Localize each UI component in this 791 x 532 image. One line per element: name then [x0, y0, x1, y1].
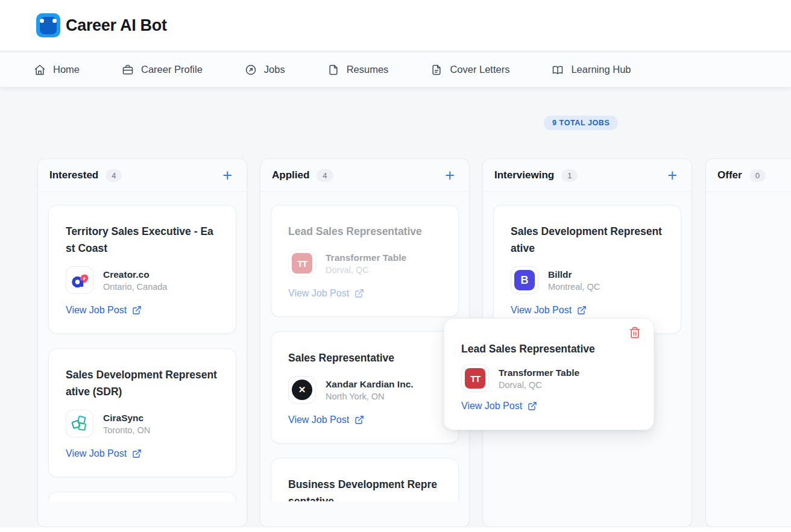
home-icon	[34, 64, 46, 76]
company-location: Dorval, QC	[326, 265, 406, 275]
cirasync-logo	[66, 410, 93, 437]
company-location: Montreal, QC	[548, 282, 600, 292]
job-card[interactable]: Sales Representative ✕ Xandar Kardian In…	[271, 331, 459, 443]
external-link-icon	[355, 415, 364, 425]
company-name: Transformer Table	[326, 252, 406, 263]
column-body: Lead Sales Representative TT Transformer…	[260, 193, 469, 501]
nav-label: Resumes	[347, 64, 389, 75]
column-applied: Applied 4 + Lead Sales Representative TT…	[260, 158, 470, 527]
document-icon	[327, 64, 339, 76]
company-location: North York, ON	[326, 392, 414, 401]
column-count-badge: 1	[561, 169, 578, 182]
nav-label: Cover Letters	[450, 64, 509, 75]
company-name: Billdr	[548, 269, 600, 280]
company-location: Dorval, QC	[499, 380, 579, 390]
external-link-icon	[528, 401, 537, 411]
nav-item-cover-letters[interactable]: Cover Letters	[430, 64, 509, 76]
company-name: Xandar Kardian Inc.	[326, 379, 414, 390]
trash-icon[interactable]	[629, 327, 641, 339]
column-title: Offer	[717, 169, 742, 181]
column-body	[706, 193, 791, 501]
job-title: Sales Development Representative	[511, 223, 664, 257]
nav-label: Jobs	[264, 64, 285, 75]
xandar-kardian-logo: ✕	[288, 376, 316, 404]
nav-label: Learning Hub	[571, 64, 631, 75]
open-book-icon	[552, 64, 564, 76]
column-header: Offer 0 +	[706, 159, 791, 192]
view-job-post-link[interactable]: View Job Post	[66, 305, 142, 316]
external-link-icon	[355, 289, 364, 298]
company-name: CiraSync	[103, 413, 150, 424]
column-title: Interested	[49, 169, 98, 181]
job-card[interactable]: Sales Development Representative (SDR) C…	[48, 348, 236, 477]
billdr-logo: B	[511, 266, 538, 294]
app-title: Career AI Bot	[66, 16, 167, 35]
view-job-post-link[interactable]: View Job Post	[288, 288, 364, 299]
robot-face-logo	[36, 13, 60, 37]
view-job-post-link[interactable]: View Job Post	[66, 448, 142, 459]
external-link-icon	[132, 305, 142, 315]
app-header: Career AI Bot	[0, 0, 791, 51]
nav-item-career-profile[interactable]: Career Profile	[122, 64, 203, 76]
nav-label: Career Profile	[141, 64, 203, 75]
company-location: Toronto, ON	[103, 425, 150, 435]
column-count-badge: 0	[749, 169, 766, 182]
company-name: Creator.co	[103, 269, 167, 280]
gauge-icon	[245, 64, 257, 76]
job-card-drag-ghost[interactable]: Lead Sales Representative TT Transformer…	[271, 205, 459, 317]
column-title: Interviewing	[494, 169, 554, 181]
external-link-icon	[132, 449, 142, 458]
job-title: Lead Sales Representative	[288, 223, 441, 240]
view-job-post-link[interactable]: View Job Post	[461, 401, 537, 412]
transformer-table-logo: TT	[288, 249, 316, 277]
briefcase-icon	[122, 64, 134, 76]
job-title: Lead Sales Representative	[461, 340, 637, 357]
column-header: Interested 4 +	[38, 159, 247, 192]
view-job-post-link[interactable]: View Job Post	[511, 305, 587, 316]
add-job-button[interactable]: +	[667, 168, 677, 183]
creator-co-logo	[66, 266, 93, 294]
column-count-badge: 4	[106, 169, 122, 182]
job-title: Sales Development Representative (SDR)	[66, 366, 219, 400]
column-interested: Interested 4 + Territory Sales Executive…	[37, 158, 247, 527]
column-header: Interviewing 1 +	[483, 159, 692, 192]
dragged-job-card[interactable]: Lead Sales Representative TT Transformer…	[444, 318, 654, 430]
job-card-clipped[interactable]: Business Development Representative	[271, 458, 459, 501]
column-header: Applied 4 +	[260, 159, 469, 192]
job-card[interactable]: Sales Development Representative B Billd…	[493, 205, 681, 334]
column-title: Applied	[272, 169, 309, 181]
view-job-post-link[interactable]: View Job Post	[288, 415, 364, 425]
nav-item-jobs[interactable]: Jobs	[245, 64, 285, 76]
job-title: Business Development Representative	[288, 476, 441, 501]
total-jobs-badge: 9 TOTAL JOBS	[544, 116, 618, 130]
job-card[interactable]: Territory Sales Executive - East Coast C…	[48, 205, 236, 334]
job-title: Territory Sales Executive - East Coast	[66, 223, 219, 257]
job-title: Sales Representative	[288, 349, 441, 366]
nav-item-home[interactable]: Home	[34, 64, 80, 76]
horizontal-scrollbar-track[interactable]	[0, 527, 791, 532]
column-body: Territory Sales Executive - East Coast C…	[38, 193, 247, 501]
add-job-button[interactable]: +	[222, 168, 232, 183]
main-nav: Home Career Profile Jobs Resumes Cover L…	[0, 52, 791, 87]
company-name: Transformer Table	[499, 368, 579, 378]
nav-item-resumes[interactable]: Resumes	[327, 64, 389, 76]
column-count-badge: 4	[317, 169, 333, 182]
job-card-partially-visible[interactable]	[48, 492, 236, 501]
column-offer: Offer 0 +	[705, 158, 791, 527]
external-link-icon	[577, 305, 587, 315]
add-job-button[interactable]: +	[445, 168, 455, 183]
transformer-table-logo: TT	[461, 365, 489, 392]
document-text-icon	[430, 64, 443, 76]
company-location: Ontario, Canada	[103, 282, 167, 292]
nav-item-learning-hub[interactable]: Learning Hub	[552, 64, 631, 76]
nav-label: Home	[53, 64, 80, 75]
